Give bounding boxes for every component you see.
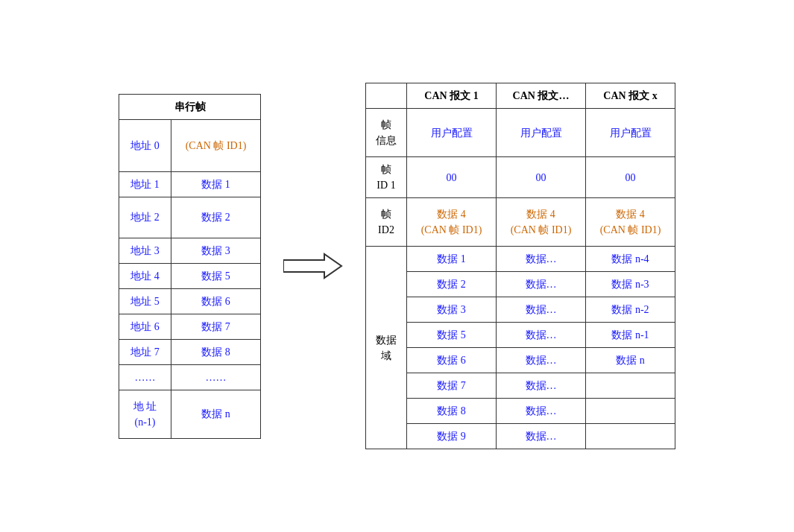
row-label: 帧 信息 bbox=[366, 109, 407, 157]
data-cell: 数据 7 bbox=[171, 314, 261, 339]
left-table: 串行帧 地址 0 (CAN 帧 ID1) 地址 1 数据 1 地址 2 数据 2… bbox=[119, 94, 261, 439]
data-cell: 数据… bbox=[497, 373, 586, 399]
table-row: 地址 5 数据 6 bbox=[119, 288, 261, 314]
data-cell: 数据… bbox=[497, 348, 586, 373]
data-cell: 数据 2 bbox=[171, 197, 261, 238]
data-cell: (CAN 帧 ID1) bbox=[171, 119, 261, 171]
data-cell: …… bbox=[171, 364, 261, 390]
data-cell: 数据 3 bbox=[407, 297, 497, 323]
right-table: CAN 报文 1 CAN 报文… CAN 报文 x 帧 信息 用户配置 用户配置… bbox=[365, 83, 675, 449]
table-row: 帧 信息 用户配置 用户配置 用户配置 bbox=[366, 109, 675, 157]
table-row: 地址 7 数据 8 bbox=[119, 339, 261, 364]
data-cell: 数据 n bbox=[171, 390, 261, 438]
right-col-header-3: CAN 报文 x bbox=[586, 83, 675, 109]
addr-cell: 地址 1 bbox=[119, 171, 171, 197]
addr-cell: 地址 2 bbox=[119, 197, 171, 238]
data-cell: 数据 n bbox=[586, 348, 675, 373]
data-cell: 数据 n-3 bbox=[586, 272, 675, 297]
table-row: 地址 4 数据 5 bbox=[119, 263, 261, 288]
table-row: 地址 1 数据 1 bbox=[119, 171, 261, 197]
data-cell: 数据 2 bbox=[407, 272, 497, 297]
addr-cell: 地 址 (n-1) bbox=[119, 390, 171, 438]
table-row: 地址 3 数据 3 bbox=[119, 238, 261, 263]
data-cell: 用户配置 bbox=[407, 109, 497, 157]
addr-cell: 地址 3 bbox=[119, 238, 171, 263]
arrow-icon bbox=[283, 251, 343, 281]
row-label: 帧 ID 1 bbox=[366, 157, 407, 198]
table-row: 数据 域 数据 1 数据… 数据 n-4 bbox=[366, 247, 675, 272]
data-cell: 00 bbox=[586, 157, 675, 198]
table-row: 数据 5 数据… 数据 n-1 bbox=[366, 323, 675, 348]
table-row: …… …… bbox=[119, 364, 261, 390]
svg-marker-0 bbox=[283, 254, 341, 278]
data-cell: 数据 n-4 bbox=[586, 247, 675, 272]
data-cell: 数据 4 (CAN 帧 ID1) bbox=[407, 198, 497, 247]
data-cell: 数据 n-2 bbox=[586, 297, 675, 323]
table-row: 数据 3 数据… 数据 n-2 bbox=[366, 297, 675, 323]
data-cell: 数据… bbox=[497, 323, 586, 348]
data-cell: 用户配置 bbox=[586, 109, 675, 157]
data-cell: 数据… bbox=[497, 424, 586, 449]
data-cell: 数据… bbox=[497, 399, 586, 424]
table-row: 数据 8 数据… bbox=[366, 399, 675, 424]
arrow-container bbox=[276, 251, 350, 281]
right-col-header-0 bbox=[366, 83, 407, 109]
data-cell bbox=[586, 399, 675, 424]
table-row: 帧 ID 1 00 00 00 bbox=[366, 157, 675, 198]
data-cell: 数据 5 bbox=[171, 263, 261, 288]
table-row: 数据 6 数据… 数据 n bbox=[366, 348, 675, 373]
data-cell: 00 bbox=[407, 157, 497, 198]
table-row: 地址 6 数据 7 bbox=[119, 314, 261, 339]
data-cell: 数据 5 bbox=[407, 323, 497, 348]
right-col-header-1: CAN 报文 1 bbox=[407, 83, 497, 109]
data-cell: 00 bbox=[497, 157, 586, 198]
row-label: 帧 ID2 bbox=[366, 198, 407, 247]
data-cell: 数据 6 bbox=[171, 288, 261, 314]
data-cell: 数据 1 bbox=[171, 171, 261, 197]
addr-cell: 地址 4 bbox=[119, 263, 171, 288]
table-row: 数据 7 数据… bbox=[366, 373, 675, 399]
table-row: 地 址 (n-1) 数据 n bbox=[119, 390, 261, 438]
row-label: 数据 域 bbox=[366, 247, 407, 449]
data-cell: 数据 8 bbox=[171, 339, 261, 364]
addr-cell: …… bbox=[119, 364, 171, 390]
data-cell: 数据 1 bbox=[407, 247, 497, 272]
left-table-header: 串行帧 bbox=[119, 94, 261, 119]
addr-cell: 地址 7 bbox=[119, 339, 171, 364]
table-row: 数据 9 数据… bbox=[366, 424, 675, 449]
data-cell bbox=[586, 373, 675, 399]
data-cell bbox=[586, 424, 675, 449]
data-cell: 数据 8 bbox=[407, 399, 497, 424]
data-cell: 数据 6 bbox=[407, 348, 497, 373]
main-container: 串行帧 地址 0 (CAN 帧 ID1) 地址 1 数据 1 地址 2 数据 2… bbox=[104, 68, 690, 464]
data-cell: 数据… bbox=[497, 272, 586, 297]
data-cell: 用户配置 bbox=[497, 109, 586, 157]
table-row: 帧 ID2 数据 4 (CAN 帧 ID1) 数据 4 (CAN 帧 ID1) … bbox=[366, 198, 675, 247]
data-cell: 数据 9 bbox=[407, 424, 497, 449]
right-col-header-2: CAN 报文… bbox=[497, 83, 586, 109]
addr-cell: 地址 6 bbox=[119, 314, 171, 339]
data-cell: 数据 4 (CAN 帧 ID1) bbox=[497, 198, 586, 247]
data-cell: 数据 7 bbox=[407, 373, 497, 399]
data-cell: 数据… bbox=[497, 247, 586, 272]
data-cell: 数据 n-1 bbox=[586, 323, 675, 348]
addr-cell: 地址 0 bbox=[119, 119, 171, 171]
addr-cell: 地址 5 bbox=[119, 288, 171, 314]
table-row: 地址 0 (CAN 帧 ID1) bbox=[119, 119, 261, 171]
data-cell: 数据… bbox=[497, 297, 586, 323]
table-row: 地址 2 数据 2 bbox=[119, 197, 261, 238]
data-cell: 数据 3 bbox=[171, 238, 261, 263]
table-row: 数据 2 数据… 数据 n-3 bbox=[366, 272, 675, 297]
data-cell: 数据 4 (CAN 帧 ID1) bbox=[586, 198, 675, 247]
